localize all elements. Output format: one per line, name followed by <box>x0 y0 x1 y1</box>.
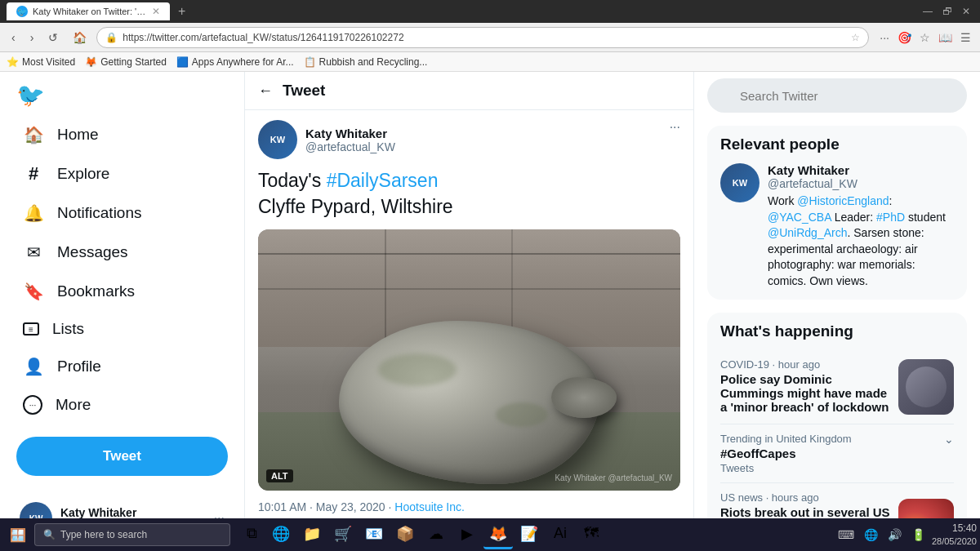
sidebar-item-home[interactable]: 🏠 Home <box>7 116 238 153</box>
network-icon[interactable]: 🌐 <box>861 525 881 544</box>
main-content: ← Tweet KW Katy Whitaker @artefactual_KW… <box>245 72 694 551</box>
taskbar-app-media[interactable]: ▶ <box>452 520 482 549</box>
close-button[interactable]: ✕ <box>959 6 973 17</box>
new-tab-button[interactable]: + <box>178 4 185 19</box>
home-label: Home <box>57 126 99 144</box>
menu-icon[interactable]: ☰ <box>958 29 973 47</box>
whats-happening-section: What's happening COVID-19 · hour ago Pol… <box>707 313 967 551</box>
tab-close-button[interactable]: ✕ <box>152 6 160 17</box>
maximize-button[interactable]: 🗗 <box>939 6 956 17</box>
twitter-logo[interactable]: 🐦 <box>0 78 244 115</box>
lists-icon: ≡ <box>23 322 39 335</box>
bookmark-most-visited[interactable]: ⭐ Most Visited <box>7 56 75 68</box>
trend-item-geoffcapes[interactable]: Trending in United Kingdom #GeoffCapes T… <box>720 424 954 483</box>
tweet-image: ALT Katy Whitaker @artefactual_KW <box>258 229 680 491</box>
browser-toolbar: ‹ › ↺ 🏠 🔒 https://twitter.com/artefactua… <box>0 23 980 52</box>
forward-nav-button[interactable]: › <box>25 28 39 47</box>
taskbar-app-onedrive[interactable]: ☁ <box>421 520 451 549</box>
keyboard-icon[interactable]: ⌨ <box>835 525 858 544</box>
historic-england-link[interactable]: @HistoricEngland <box>797 194 889 207</box>
tweet-author-row: KW Katy Whitaker @artefactual_KW ··· <box>258 120 680 159</box>
bookmarks-bar: ⭐ Most Visited 🦊 Getting Started 🟦 Apps … <box>0 52 980 72</box>
taskbar-app-explorer[interactable]: 📁 <box>297 520 327 549</box>
notifications-icon: 🔔 <box>23 202 44 224</box>
geoffcapes-trend-name: #GeoffCapes <box>720 447 852 460</box>
back-button[interactable]: ← <box>258 82 273 100</box>
covid-trend-image <box>898 359 954 415</box>
relevant-people-title: Relevant people <box>720 136 954 153</box>
sidebar-item-explore[interactable]: # Explore <box>7 155 238 193</box>
taskbar-app-edge[interactable]: 🌐 <box>266 520 296 549</box>
bookmarks-label: Bookmarks <box>57 282 135 300</box>
toolbar-icons: ··· 🎯 ☆ 📖 ☰ <box>877 29 973 47</box>
battery-icon[interactable]: 🔋 <box>908 525 929 544</box>
trend-chevron-icon[interactable]: ⌄ <box>944 433 954 446</box>
lock-icon: 🔒 <box>105 32 118 43</box>
bookmark-getting-started[interactable]: 🦊 Getting Started <box>85 56 167 68</box>
taskbar-app-other[interactable]: 🗺 <box>577 520 606 549</box>
sidebar-item-more[interactable]: ··· More <box>7 387 238 423</box>
taskbar-search-icon: 🔍 <box>43 529 56 540</box>
covid-trend-name: Police say Dominic Cummings might have m… <box>720 372 890 414</box>
image-alt-badge: ALT <box>266 469 293 482</box>
bookmark-star-icon[interactable]: ☆ <box>851 32 860 43</box>
reader-mode-icon[interactable]: 📖 <box>936 29 955 47</box>
relevant-people-section: Relevant people KW Katy Whitaker @artefa… <box>707 126 967 300</box>
sidebar-item-bookmarks[interactable]: 🔖 Bookmarks <box>7 273 238 310</box>
lists-label: Lists <box>52 320 84 338</box>
tweet-button[interactable]: Tweet <box>16 437 228 476</box>
more-icon: ··· <box>23 395 42 415</box>
messages-icon: ✉ <box>23 242 44 263</box>
browser-tab-active[interactable]: 🐦 Katy Whitaker on Twitter: 'Tod... ✕ <box>7 2 170 20</box>
tweet-body: KW Katy Whitaker @artefactual_KW ··· Tod… <box>245 110 693 551</box>
tweet-header: ← Tweet <box>245 72 693 110</box>
browser-chrome: 🐦 Katy Whitaker on Twitter: 'Tod... ✕ + … <box>0 0 980 23</box>
tweet-author-name: Katy Whitaker <box>305 127 395 140</box>
refresh-button[interactable]: ↺ <box>43 28 63 47</box>
tweet-page-title: Tweet <box>283 82 325 100</box>
sidebar-item-messages[interactable]: ✉ Messages <box>7 233 238 271</box>
extensions-button[interactable]: ··· <box>877 29 892 47</box>
taskbar-task-view[interactable]: ⧉ <box>238 520 265 546</box>
star-icon[interactable]: ☆ <box>917 29 933 47</box>
search-input[interactable] <box>707 78 967 113</box>
taskbar-app-firefox[interactable]: 🦊 <box>483 520 513 549</box>
relevant-person-avatar[interactable]: KW <box>720 163 760 202</box>
sidebar-item-notifications[interactable]: 🔔 Notifications <box>7 194 238 232</box>
tweet-author-handle: @artefactual_KW <box>305 140 395 153</box>
taskbar: 🪟 🔍 Type here to search ⧉ 🌐 📁 🛒 📧 📦 ☁ ▶ … <box>0 518 980 551</box>
relevant-person-card: KW Katy Whitaker @artefactual_KW Work @H… <box>720 163 954 290</box>
bookmark-apps-anywhere[interactable]: 🟦 Apps Anywhere for Ar... <box>176 56 294 68</box>
yac-link[interactable]: @YAC_CBA <box>768 211 831 224</box>
sidebar-item-profile[interactable]: 👤 Profile <box>7 348 238 385</box>
system-clock[interactable]: 15:40 28/05/2020 <box>932 522 977 547</box>
hootsuite-link[interactable]: Hootsuite Inc. <box>394 500 465 513</box>
back-nav-button[interactable]: ‹ <box>7 28 20 47</box>
home-icon: 🏠 <box>23 124 44 145</box>
bookmarks-icon: 🔖 <box>23 281 44 302</box>
volume-icon[interactable]: 🔊 <box>884 525 905 544</box>
address-bar[interactable]: 🔒 https://twitter.com/artefactual_KW/sta… <box>96 27 869 48</box>
taskbar-search[interactable]: 🔍 Type here to search <box>34 523 230 546</box>
start-button[interactable]: 🪟 <box>3 524 33 546</box>
tab-favicon: 🐦 <box>16 6 28 17</box>
bookmark-rubbish[interactable]: 📋 Rubbish and Recycling... <box>304 56 428 68</box>
profile-label: Profile <box>57 358 101 375</box>
minimize-button[interactable]: — <box>920 6 936 17</box>
taskbar-app-mail[interactable]: 📧 <box>359 520 389 549</box>
trend-item-covid[interactable]: COVID-19 · hour ago Police say Dominic C… <box>720 350 954 424</box>
unirdg-link[interactable]: @UniRdg_Arch <box>768 226 847 239</box>
taskbar-app-illustrator[interactable]: Ai <box>546 520 575 549</box>
geoffcapes-tweet-count: Tweets <box>720 462 852 474</box>
sidebar-item-lists[interactable]: ≡ Lists <box>7 312 238 346</box>
taskbar-app-dropbox[interactable]: 📦 <box>390 520 420 549</box>
home-button[interactable]: 🏠 <box>68 28 91 47</box>
tweet-hashtag-link[interactable]: #DailySarsen <box>327 170 439 191</box>
pocket-icon[interactable]: 🎯 <box>895 29 914 47</box>
taskbar-app-word[interactable]: 📝 <box>514 520 544 549</box>
phd-link[interactable]: #PhD <box>876 211 905 224</box>
tweet-more-button[interactable]: ··· <box>670 120 680 135</box>
taskbar-app-store[interactable]: 🛒 <box>328 520 358 549</box>
taskbar-search-placeholder: Type here to search <box>60 529 147 540</box>
tweet-author-avatar[interactable]: KW <box>258 120 297 159</box>
